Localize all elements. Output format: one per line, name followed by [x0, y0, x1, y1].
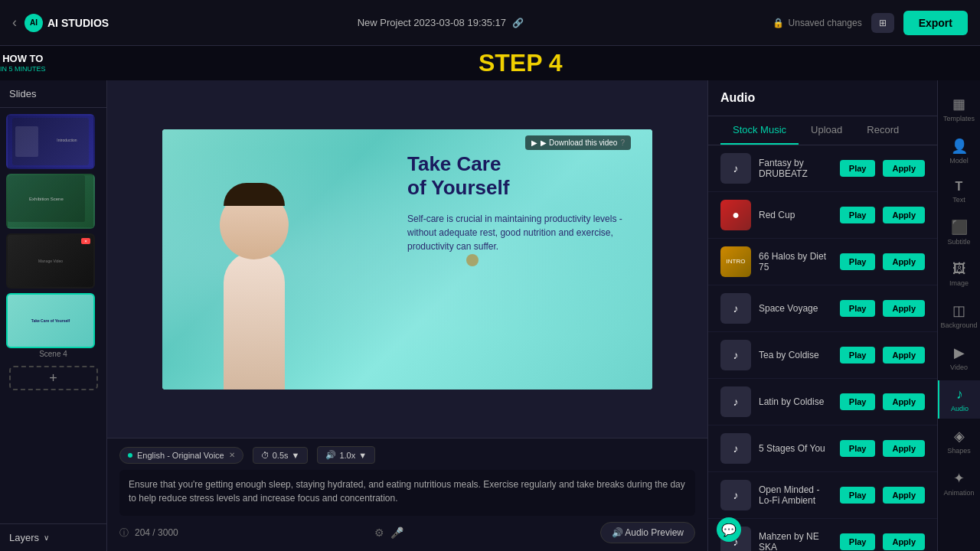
tool-background[interactable]: ◫ Background	[938, 296, 980, 335]
scene-title: Take Care of Yourself	[407, 152, 637, 200]
slide-thumb-4[interactable]: Take Care of Yourself Scene 4	[6, 293, 100, 358]
timeline-area: English - Original Voice ✕ ⏱ 0.5s ▼ 🔊 1.…	[107, 438, 707, 551]
apply-button-6[interactable]: Apply	[883, 440, 925, 457]
apply-button-0[interactable]: Apply	[883, 160, 925, 177]
chat-button[interactable]: 💬	[717, 517, 741, 542]
music-item[interactable]: ♪ Open Minded - Lo-Fi Ambient Play Apply	[708, 472, 937, 519]
play-button-2[interactable]: Play	[840, 253, 876, 270]
music-name-2: 66 Halos by Diet 75	[759, 251, 832, 272]
time-control[interactable]: ⏱ 0.5s ▼	[253, 447, 309, 464]
watermark-bar: HOW TO IN 5 MINUTES STEP 4	[0, 46, 980, 80]
slide-4-label: Scene 4	[6, 350, 100, 358]
play-button-7[interactable]: Play	[840, 487, 876, 504]
music-item[interactable]: ♪ 5 Stages Of You Play Apply	[708, 425, 937, 472]
export-button[interactable]: Export	[903, 11, 968, 35]
tab-stock-music[interactable]: Stock Music	[720, 116, 799, 145]
music-item[interactable]: ● Red Cup Play Apply	[708, 192, 937, 239]
apply-button-2[interactable]: Apply	[883, 253, 925, 270]
unsaved-changes: 🔒 Unsaved changes	[773, 18, 862, 28]
slide-thumb-3[interactable]: Manage Video ✕	[6, 233, 100, 289]
view-toggle-button[interactable]: ⊞	[871, 13, 894, 33]
text-label: Text	[952, 196, 965, 204]
play-button-0[interactable]: Play	[840, 160, 876, 177]
chat-icon: 💬	[721, 523, 737, 537]
time-chevron: ▼	[292, 451, 300, 460]
slides-list: Introduction Exhibition Scene Manage Vid…	[0, 108, 106, 523]
play-button-8[interactable]: Play	[840, 533, 876, 550]
music-name-1: Red Cup	[759, 210, 832, 220]
link-icon[interactable]: 🔗	[512, 18, 524, 28]
music-thumb-2: INTRO	[720, 246, 751, 277]
slides-header: Slides	[0, 80, 106, 108]
music-item[interactable]: ♪ Fantasy by DRUBEATZ Play Apply	[708, 145, 937, 192]
play-button-6[interactable]: Play	[840, 440, 876, 457]
tool-video[interactable]: ▶ Video	[938, 338, 980, 377]
lang-active-dot	[128, 453, 132, 458]
apply-button-5[interactable]: Apply	[883, 393, 925, 410]
music-thumb-0: ♪	[720, 153, 751, 184]
music-item[interactable]: INTRO 66 Halos by Diet 75 Play Apply	[708, 239, 937, 285]
music-thumb-7: ♪	[720, 480, 751, 510]
slide-thumb-2[interactable]: Exhibition Scene	[6, 174, 100, 229]
audio-panel-header: Audio	[708, 80, 937, 116]
mic-icon[interactable]: 🎤	[390, 527, 403, 539]
play-button-4[interactable]: Play	[840, 347, 876, 364]
audio-panel: Audio Stock Music Upload Record ♪ Fantas…	[707, 80, 937, 551]
tab-upload[interactable]: Upload	[799, 116, 854, 145]
speed-control[interactable]: 🔊 1.0x ▼	[317, 446, 375, 464]
tool-subtitle[interactable]: ⬛ Subtitle	[938, 213, 980, 252]
music-item[interactable]: ♪ Tea by Coldise Play Apply	[708, 332, 937, 379]
apply-button-7[interactable]: Apply	[883, 487, 925, 504]
download-icon: ▶	[531, 139, 537, 147]
music-item[interactable]: ♪ Mahzen by NE SKA Play Apply	[708, 519, 937, 551]
music-item[interactable]: ♪ Latin by Coldise Play Apply	[708, 379, 937, 425]
scene-text-box: Take Care of Yourself Self-care is cruci…	[407, 152, 637, 253]
timeline-controls: English - Original Voice ✕ ⏱ 0.5s ▼ 🔊 1.…	[119, 446, 695, 464]
layers-footer[interactable]: Layers ∨	[0, 523, 106, 551]
background-icon: ◫	[952, 302, 965, 319]
lang-remove-icon[interactable]: ✕	[229, 451, 235, 459]
video-label: Video	[950, 364, 968, 371]
add-slide-button[interactable]: +	[9, 366, 98, 390]
script-box[interactable]: Ensure that you're getting enough sleep,…	[119, 470, 695, 516]
apply-button-1[interactable]: Apply	[883, 207, 925, 223]
tool-image[interactable]: 🖼 Image	[938, 255, 980, 293]
model-label: Model	[949, 157, 969, 165]
subtitle-icon: ⬛	[951, 219, 968, 236]
step-title: STEP 4	[61, 49, 980, 77]
tool-text[interactable]: T Text	[938, 174, 980, 210]
music-item[interactable]: ♪ Space Voyage Play Apply	[708, 285, 937, 332]
tool-audio[interactable]: ♪ Audio	[938, 380, 980, 419]
slide-thumb-1[interactable]: Introduction	[6, 114, 100, 169]
animation-icon: ✦	[953, 470, 965, 487]
image-label: Image	[949, 279, 969, 287]
slides-panel: Slides Introduction Exhibition Scene	[0, 80, 107, 551]
audio-preview-button[interactable]: 🔊 Audio Preview	[600, 522, 695, 543]
tool-shapes[interactable]: ◈ Shapes	[938, 422, 980, 461]
main-content: Slides Introduction Exhibition Scene	[0, 80, 980, 551]
music-thumb-4: ♪	[720, 340, 751, 370]
tab-record[interactable]: Record	[854, 116, 911, 145]
char-icons: ⚙ 🎤	[374, 527, 403, 539]
play-button-3[interactable]: Play	[840, 300, 876, 317]
tool-templates[interactable]: ▦ Templates	[938, 90, 980, 129]
layers-chevron-icon: ∨	[44, 533, 49, 542]
tool-model[interactable]: 👤 Model	[938, 132, 980, 171]
play-button-5[interactable]: Play	[840, 393, 876, 410]
play-button-1[interactable]: Play	[840, 207, 876, 223]
speed-chevron: ▼	[358, 451, 367, 460]
right-tools-panel: ▦ Templates 👤 Model T Text ⬛ Subtitle 🖼 …	[937, 80, 980, 551]
apply-button-4[interactable]: Apply	[883, 347, 925, 364]
language-badge[interactable]: English - Original Voice ✕	[119, 447, 243, 464]
tool-animation[interactable]: ✦ Animation	[938, 464, 980, 503]
download-badge[interactable]: ▶ ▶ Download this video ?	[525, 135, 631, 150]
apply-button-3[interactable]: Apply	[883, 300, 925, 317]
settings-icon[interactable]: ⚙	[374, 527, 384, 539]
scene-body: Self-care is crucial in maintaining prod…	[407, 212, 637, 253]
back-button[interactable]: ‹	[12, 15, 17, 31]
music-name-7: Open Minded - Lo-Fi Ambient	[759, 484, 832, 506]
text-icon: T	[956, 180, 963, 194]
char-count: 204 / 3000	[135, 527, 178, 538]
top-bar-center: New Project 2023-03-08 19:35:17 🔗	[358, 17, 524, 28]
apply-button-8[interactable]: Apply	[883, 533, 925, 550]
